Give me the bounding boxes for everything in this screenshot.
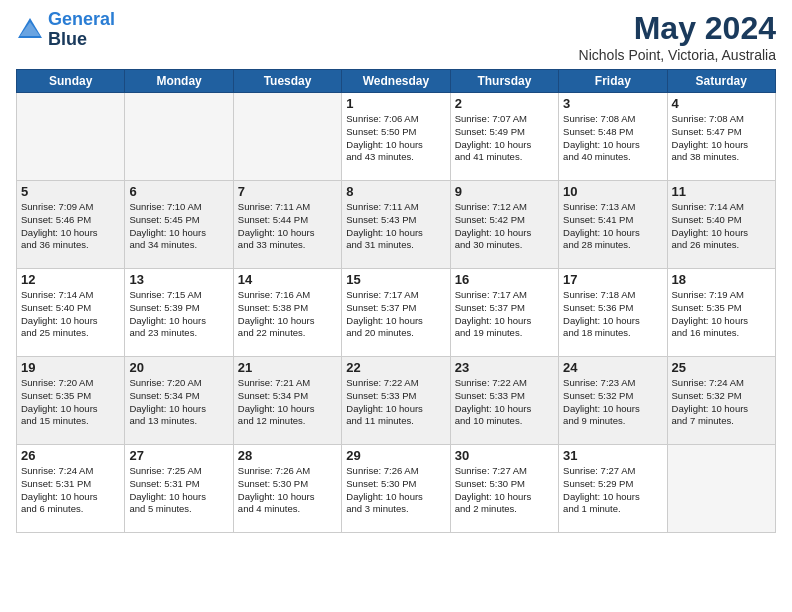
cal-cell: 9Sunrise: 7:12 AM Sunset: 5:42 PM Daylig…	[450, 181, 558, 269]
cal-cell: 16Sunrise: 7:17 AM Sunset: 5:37 PM Dayli…	[450, 269, 558, 357]
cal-cell: 31Sunrise: 7:27 AM Sunset: 5:29 PM Dayli…	[559, 445, 667, 533]
cell-info: Sunrise: 7:08 AM Sunset: 5:47 PM Dayligh…	[672, 113, 771, 164]
date-number: 29	[346, 448, 445, 463]
cal-cell: 30Sunrise: 7:27 AM Sunset: 5:30 PM Dayli…	[450, 445, 558, 533]
cal-cell: 15Sunrise: 7:17 AM Sunset: 5:37 PM Dayli…	[342, 269, 450, 357]
cell-info: Sunrise: 7:24 AM Sunset: 5:32 PM Dayligh…	[672, 377, 771, 428]
calendar-row-4: 19Sunrise: 7:20 AM Sunset: 5:35 PM Dayli…	[17, 357, 776, 445]
cal-cell: 19Sunrise: 7:20 AM Sunset: 5:35 PM Dayli…	[17, 357, 125, 445]
cal-cell: 20Sunrise: 7:20 AM Sunset: 5:34 PM Dayli…	[125, 357, 233, 445]
logo: General Blue	[16, 10, 115, 50]
calendar-row-3: 12Sunrise: 7:14 AM Sunset: 5:40 PM Dayli…	[17, 269, 776, 357]
date-number: 18	[672, 272, 771, 287]
calendar-row-5: 26Sunrise: 7:24 AM Sunset: 5:31 PM Dayli…	[17, 445, 776, 533]
date-number: 31	[563, 448, 662, 463]
cal-cell: 24Sunrise: 7:23 AM Sunset: 5:32 PM Dayli…	[559, 357, 667, 445]
cal-cell	[667, 445, 775, 533]
header-tuesday: Tuesday	[233, 70, 341, 93]
cal-cell: 12Sunrise: 7:14 AM Sunset: 5:40 PM Dayli…	[17, 269, 125, 357]
cal-cell: 7Sunrise: 7:11 AM Sunset: 5:44 PM Daylig…	[233, 181, 341, 269]
cal-cell	[233, 93, 341, 181]
header-friday: Friday	[559, 70, 667, 93]
logo-text: General Blue	[48, 10, 115, 50]
cal-cell: 8Sunrise: 7:11 AM Sunset: 5:43 PM Daylig…	[342, 181, 450, 269]
date-number: 10	[563, 184, 662, 199]
cal-cell: 10Sunrise: 7:13 AM Sunset: 5:41 PM Dayli…	[559, 181, 667, 269]
cell-info: Sunrise: 7:06 AM Sunset: 5:50 PM Dayligh…	[346, 113, 445, 164]
page: General Blue May 2024 Nichols Point, Vic…	[0, 0, 792, 612]
date-number: 23	[455, 360, 554, 375]
cal-cell: 23Sunrise: 7:22 AM Sunset: 5:33 PM Dayli…	[450, 357, 558, 445]
cell-info: Sunrise: 7:25 AM Sunset: 5:31 PM Dayligh…	[129, 465, 228, 516]
cell-info: Sunrise: 7:20 AM Sunset: 5:34 PM Dayligh…	[129, 377, 228, 428]
date-number: 17	[563, 272, 662, 287]
cal-cell: 5Sunrise: 7:09 AM Sunset: 5:46 PM Daylig…	[17, 181, 125, 269]
cal-cell: 1Sunrise: 7:06 AM Sunset: 5:50 PM Daylig…	[342, 93, 450, 181]
date-number: 9	[455, 184, 554, 199]
header-row: Sunday Monday Tuesday Wednesday Thursday…	[17, 70, 776, 93]
date-number: 6	[129, 184, 228, 199]
cal-cell	[125, 93, 233, 181]
calendar-subtitle: Nichols Point, Victoria, Australia	[579, 47, 776, 63]
cell-info: Sunrise: 7:10 AM Sunset: 5:45 PM Dayligh…	[129, 201, 228, 252]
header-saturday: Saturday	[667, 70, 775, 93]
date-number: 12	[21, 272, 120, 287]
cell-info: Sunrise: 7:16 AM Sunset: 5:38 PM Dayligh…	[238, 289, 337, 340]
date-number: 16	[455, 272, 554, 287]
cal-cell: 2Sunrise: 7:07 AM Sunset: 5:49 PM Daylig…	[450, 93, 558, 181]
title-area: May 2024 Nichols Point, Victoria, Austra…	[579, 10, 776, 63]
cal-cell: 27Sunrise: 7:25 AM Sunset: 5:31 PM Dayli…	[125, 445, 233, 533]
cell-info: Sunrise: 7:07 AM Sunset: 5:49 PM Dayligh…	[455, 113, 554, 164]
date-number: 24	[563, 360, 662, 375]
cell-info: Sunrise: 7:23 AM Sunset: 5:32 PM Dayligh…	[563, 377, 662, 428]
cell-info: Sunrise: 7:14 AM Sunset: 5:40 PM Dayligh…	[21, 289, 120, 340]
cell-info: Sunrise: 7:11 AM Sunset: 5:44 PM Dayligh…	[238, 201, 337, 252]
cal-cell: 26Sunrise: 7:24 AM Sunset: 5:31 PM Dayli…	[17, 445, 125, 533]
cell-info: Sunrise: 7:26 AM Sunset: 5:30 PM Dayligh…	[238, 465, 337, 516]
calendar-row-2: 5Sunrise: 7:09 AM Sunset: 5:46 PM Daylig…	[17, 181, 776, 269]
date-number: 7	[238, 184, 337, 199]
cal-cell	[17, 93, 125, 181]
cell-info: Sunrise: 7:26 AM Sunset: 5:30 PM Dayligh…	[346, 465, 445, 516]
header-thursday: Thursday	[450, 70, 558, 93]
date-number: 2	[455, 96, 554, 111]
cell-info: Sunrise: 7:12 AM Sunset: 5:42 PM Dayligh…	[455, 201, 554, 252]
cell-info: Sunrise: 7:20 AM Sunset: 5:35 PM Dayligh…	[21, 377, 120, 428]
cell-info: Sunrise: 7:22 AM Sunset: 5:33 PM Dayligh…	[455, 377, 554, 428]
date-number: 26	[21, 448, 120, 463]
cal-cell: 13Sunrise: 7:15 AM Sunset: 5:39 PM Dayli…	[125, 269, 233, 357]
cal-cell: 6Sunrise: 7:10 AM Sunset: 5:45 PM Daylig…	[125, 181, 233, 269]
date-number: 14	[238, 272, 337, 287]
cell-info: Sunrise: 7:24 AM Sunset: 5:31 PM Dayligh…	[21, 465, 120, 516]
cal-cell: 25Sunrise: 7:24 AM Sunset: 5:32 PM Dayli…	[667, 357, 775, 445]
cal-cell: 11Sunrise: 7:14 AM Sunset: 5:40 PM Dayli…	[667, 181, 775, 269]
cal-cell: 22Sunrise: 7:22 AM Sunset: 5:33 PM Dayli…	[342, 357, 450, 445]
date-number: 30	[455, 448, 554, 463]
cell-info: Sunrise: 7:27 AM Sunset: 5:30 PM Dayligh…	[455, 465, 554, 516]
cal-cell: 17Sunrise: 7:18 AM Sunset: 5:36 PM Dayli…	[559, 269, 667, 357]
date-number: 8	[346, 184, 445, 199]
cell-info: Sunrise: 7:22 AM Sunset: 5:33 PM Dayligh…	[346, 377, 445, 428]
calendar-row-1: 1Sunrise: 7:06 AM Sunset: 5:50 PM Daylig…	[17, 93, 776, 181]
cal-cell: 29Sunrise: 7:26 AM Sunset: 5:30 PM Dayli…	[342, 445, 450, 533]
date-number: 3	[563, 96, 662, 111]
cal-cell: 4Sunrise: 7:08 AM Sunset: 5:47 PM Daylig…	[667, 93, 775, 181]
cell-info: Sunrise: 7:09 AM Sunset: 5:46 PM Dayligh…	[21, 201, 120, 252]
cell-info: Sunrise: 7:11 AM Sunset: 5:43 PM Dayligh…	[346, 201, 445, 252]
cal-cell: 18Sunrise: 7:19 AM Sunset: 5:35 PM Dayli…	[667, 269, 775, 357]
date-number: 25	[672, 360, 771, 375]
date-number: 21	[238, 360, 337, 375]
date-number: 11	[672, 184, 771, 199]
cal-cell: 3Sunrise: 7:08 AM Sunset: 5:48 PM Daylig…	[559, 93, 667, 181]
date-number: 13	[129, 272, 228, 287]
date-number: 20	[129, 360, 228, 375]
cell-info: Sunrise: 7:18 AM Sunset: 5:36 PM Dayligh…	[563, 289, 662, 340]
cell-info: Sunrise: 7:14 AM Sunset: 5:40 PM Dayligh…	[672, 201, 771, 252]
date-number: 22	[346, 360, 445, 375]
cal-cell: 28Sunrise: 7:26 AM Sunset: 5:30 PM Dayli…	[233, 445, 341, 533]
date-number: 4	[672, 96, 771, 111]
date-number: 28	[238, 448, 337, 463]
cell-info: Sunrise: 7:15 AM Sunset: 5:39 PM Dayligh…	[129, 289, 228, 340]
header-wednesday: Wednesday	[342, 70, 450, 93]
calendar-table: Sunday Monday Tuesday Wednesday Thursday…	[16, 69, 776, 533]
